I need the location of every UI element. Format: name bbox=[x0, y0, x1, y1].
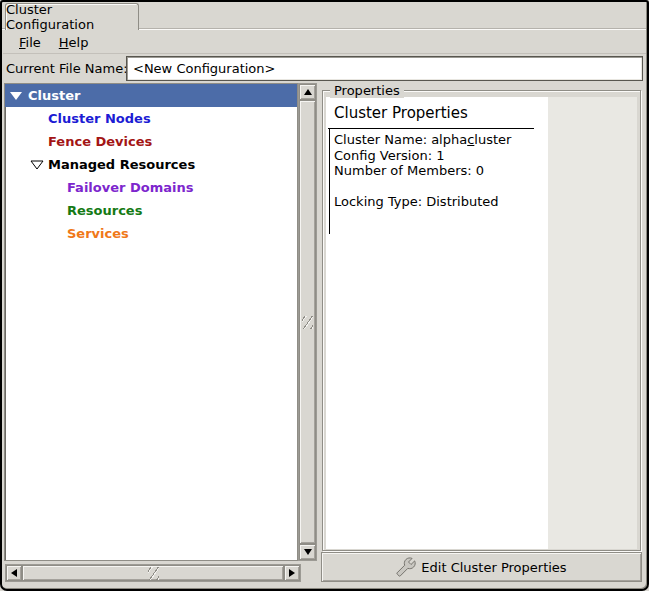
tree-item-failover-domains[interactable]: Failover Domains bbox=[5, 176, 297, 199]
properties-details: Cluster Name: alphacluster Config Versio… bbox=[329, 129, 539, 234]
tree-item-label: Failover Domains bbox=[67, 180, 193, 195]
expander-down-icon[interactable] bbox=[30, 160, 44, 170]
cluster-name-line: Cluster Name: alphacluster bbox=[334, 132, 539, 148]
cluster-tree: Cluster Cluster Nodes Fence Devices Mana… bbox=[4, 83, 298, 561]
tree-vertical-scrollbar[interactable] bbox=[298, 83, 317, 561]
menubar-divider bbox=[3, 53, 646, 54]
scroll-up-button[interactable] bbox=[299, 84, 316, 100]
blank-line bbox=[334, 179, 539, 194]
tree-item-cluster[interactable]: Cluster bbox=[5, 84, 297, 107]
arrow-down-icon bbox=[304, 549, 312, 555]
edit-button-label: Edit Cluster Properties bbox=[421, 560, 566, 575]
scroll-left-button[interactable] bbox=[6, 565, 22, 581]
tree-horizontal-scrollbar[interactable] bbox=[5, 564, 301, 582]
scroll-right-button[interactable] bbox=[284, 565, 300, 581]
tree-item-label: Cluster bbox=[28, 88, 80, 103]
tree-item-label: Services bbox=[67, 226, 129, 241]
tab-label: Cluster Configuration bbox=[6, 2, 138, 32]
expander-down-icon[interactable] bbox=[10, 92, 22, 100]
arrow-left-icon bbox=[11, 569, 17, 577]
wrench-icon bbox=[396, 557, 416, 577]
locking-type-line: Locking Type: Distributed bbox=[334, 194, 539, 210]
horizontal-scrollbar-thumb[interactable] bbox=[22, 565, 284, 581]
tree-item-label: Resources bbox=[67, 203, 142, 218]
menu-help[interactable]: Help bbox=[50, 33, 98, 52]
number-of-members-line: Number of Members: 0 bbox=[334, 163, 539, 179]
properties-heading: Cluster Properties bbox=[326, 97, 548, 122]
grip-icon bbox=[148, 567, 159, 580]
tree-item-managed-resources[interactable]: Managed Resources bbox=[5, 153, 297, 176]
grip-icon bbox=[302, 316, 313, 329]
tree-item-services[interactable]: Services bbox=[5, 222, 297, 245]
tab-cluster-configuration[interactable]: Cluster Configuration bbox=[5, 3, 139, 30]
vertical-scrollbar-thumb[interactable] bbox=[299, 100, 316, 544]
tree-item-label: Cluster Nodes bbox=[48, 111, 151, 126]
current-file-name-input[interactable] bbox=[126, 56, 643, 81]
arrow-right-icon bbox=[289, 569, 295, 577]
config-version-line: Config Version: 1 bbox=[334, 148, 539, 164]
scroll-down-button[interactable] bbox=[299, 544, 316, 560]
edit-cluster-properties-button[interactable]: Edit Cluster Properties bbox=[321, 552, 642, 582]
tree-item-cluster-nodes[interactable]: Cluster Nodes bbox=[5, 107, 297, 130]
tree-item-label: Fence Devices bbox=[48, 134, 152, 149]
tree-item-label: Managed Resources bbox=[48, 157, 195, 172]
app-window: Cluster Configuration File Help Current … bbox=[0, 0, 649, 591]
properties-viewport: Cluster Properties Cluster Name: alphacl… bbox=[326, 97, 637, 549]
tree-item-resources[interactable]: Resources bbox=[5, 199, 297, 222]
properties-panel: Cluster Properties Cluster Name: alphacl… bbox=[326, 97, 548, 549]
properties-frame-label: Properties bbox=[330, 83, 404, 98]
current-file-name-label: Current File Name: bbox=[6, 61, 128, 76]
arrow-up-icon bbox=[304, 89, 312, 95]
menubar: File Help bbox=[3, 31, 646, 53]
menu-file[interactable]: File bbox=[10, 33, 50, 52]
tree-item-fence-devices[interactable]: Fence Devices bbox=[5, 130, 297, 153]
